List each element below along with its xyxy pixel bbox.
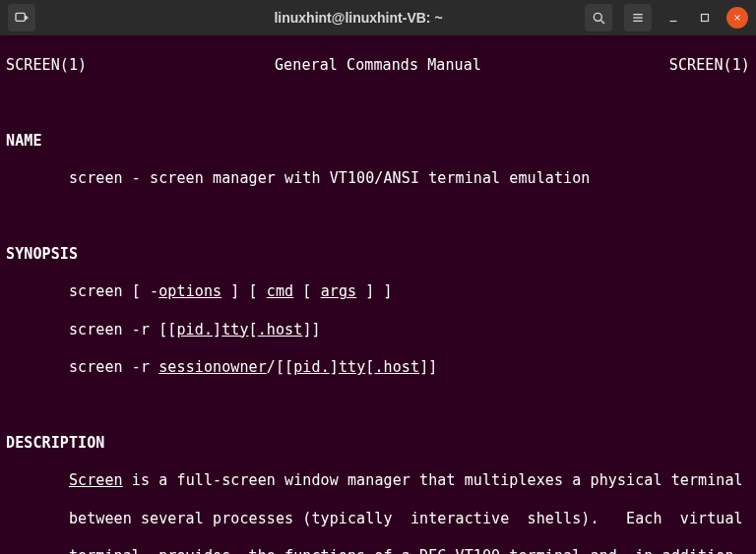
- svg-rect-0: [16, 13, 25, 21]
- section-heading-synopsis: SYNOPSIS: [6, 245, 750, 264]
- blank-line: [6, 397, 750, 415]
- desc-p1-l2: between several processes (typically int…: [6, 510, 750, 528]
- minimize-button[interactable]: [663, 8, 683, 28]
- search-button[interactable]: [585, 4, 612, 31]
- minimize-icon: [666, 11, 680, 25]
- svg-point-3: [594, 13, 601, 21]
- window-titlebar: linuxhint@linuxhint-VB: ~: [0, 0, 756, 35]
- man-header-right: SCREEN(1): [669, 56, 750, 75]
- terminal-viewport[interactable]: SCREEN(1)General Commands ManualSCREEN(1…: [0, 35, 756, 554]
- maximize-icon: [698, 11, 712, 25]
- new-tab-button[interactable]: [8, 4, 35, 31]
- desc-p1-l3: terminal provides the functions of a DEC…: [6, 547, 750, 554]
- synopsis-line-2: screen -r [[pid.[.]tty[.host]]: [6, 321, 750, 339]
- synopsis-line-1: screen [ -options ] [ cmd [ args ] ]: [6, 282, 750, 301]
- man-header-left: SCREEN(1): [6, 56, 87, 75]
- synopsis-line-3: screen -r sessionowner/[[pid.]tty[.host]…: [6, 358, 750, 377]
- hamburger-icon: [630, 10, 646, 26]
- terminal-plus-icon: [14, 10, 30, 26]
- desc-p1-l1: Screen is a full-screen window manager t…: [6, 471, 750, 490]
- search-icon: [591, 10, 606, 26]
- man-header-center: General Commands Manual: [275, 56, 481, 75]
- svg-rect-9: [702, 15, 709, 22]
- svg-line-4: [601, 21, 604, 24]
- section-heading-description: DESCRIPTION: [6, 434, 750, 453]
- section-heading-name: NAME: [6, 132, 750, 151]
- blank-line: [6, 94, 750, 113]
- blank-line: [6, 208, 750, 226]
- man-header: SCREEN(1)General Commands ManualSCREEN(1…: [6, 56, 750, 75]
- maximize-button[interactable]: [695, 8, 715, 28]
- menu-button[interactable]: [624, 4, 652, 31]
- window-title: linuxhint@linuxhint-VB: ~: [154, 10, 563, 26]
- close-icon: [732, 13, 742, 23]
- name-body: screen - screen manager with VT100/ANSI …: [6, 169, 750, 188]
- close-button[interactable]: [726, 7, 748, 29]
